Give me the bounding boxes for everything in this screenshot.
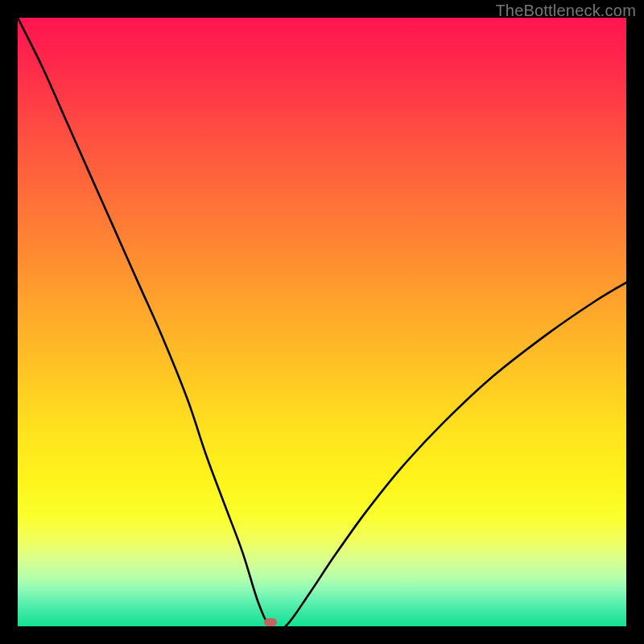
chart-frame: TheBottleneck.com (0, 0, 644, 644)
plot-area (18, 18, 626, 626)
chart-svg (18, 18, 626, 626)
highlight-marker (264, 618, 277, 626)
bottleneck-curve (18, 18, 626, 626)
watermark-text: TheBottleneck.com (495, 2, 636, 20)
